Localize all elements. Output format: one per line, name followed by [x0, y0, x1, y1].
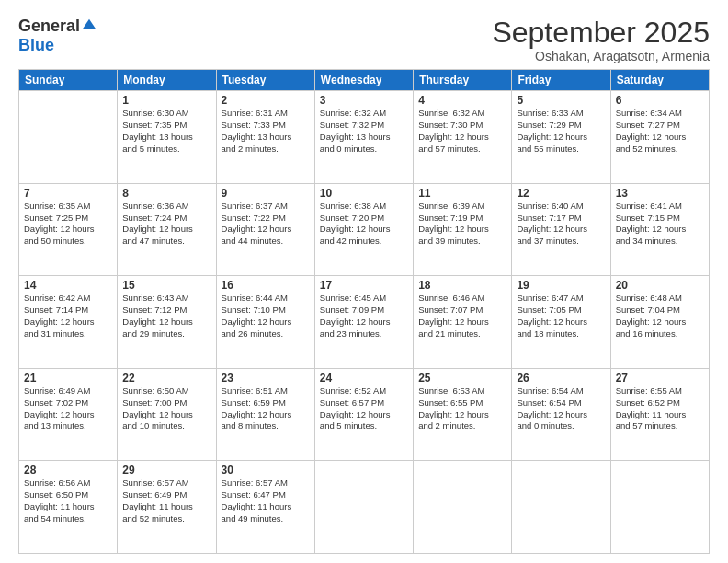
- day-info: Sunrise: 6:36 AM Sunset: 7:24 PM Dayligh…: [122, 201, 210, 247]
- calendar-week-2: 7Sunrise: 6:35 AM Sunset: 7:25 PM Daylig…: [19, 183, 710, 276]
- calendar-cell: 27Sunrise: 6:55 AM Sunset: 6:52 PM Dayli…: [610, 368, 709, 461]
- calendar-cell: 29Sunrise: 6:57 AM Sunset: 6:49 PM Dayli…: [118, 461, 216, 554]
- calendar-cell: 3Sunrise: 6:32 AM Sunset: 7:32 PM Daylig…: [314, 91, 413, 184]
- logo: General Blue: [18, 17, 97, 55]
- calendar-cell: 12Sunrise: 6:40 AM Sunset: 7:17 PM Dayli…: [512, 183, 610, 276]
- day-number: 18: [418, 279, 506, 292]
- day-info: Sunrise: 6:34 AM Sunset: 7:27 PM Dayligh…: [616, 108, 704, 155]
- day-info: Sunrise: 6:51 AM Sunset: 6:59 PM Dayligh…: [222, 385, 310, 432]
- day-info: Sunrise: 6:45 AM Sunset: 7:09 PM Dayligh…: [320, 293, 408, 339]
- location: Oshakan, Aragatsotn, Armenia: [492, 49, 710, 63]
- day-number: 25: [418, 372, 506, 385]
- day-info: Sunrise: 6:54 AM Sunset: 6:54 PM Dayligh…: [517, 385, 605, 432]
- day-info: Sunrise: 6:39 AM Sunset: 7:19 PM Dayligh…: [418, 201, 506, 247]
- day-number: 11: [418, 187, 506, 200]
- calendar-cell: 19Sunrise: 6:47 AM Sunset: 7:05 PM Dayli…: [512, 276, 610, 369]
- day-number: 4: [418, 94, 506, 107]
- day-info: Sunrise: 6:49 AM Sunset: 7:02 PM Dayligh…: [24, 385, 112, 432]
- calendar-cell: 7Sunrise: 6:35 AM Sunset: 7:25 PM Daylig…: [19, 183, 118, 276]
- day-number: 15: [122, 279, 210, 292]
- day-info: Sunrise: 6:57 AM Sunset: 6:47 PM Dayligh…: [222, 477, 310, 524]
- day-number: 30: [222, 464, 310, 477]
- logo-general-text: General: [18, 17, 80, 36]
- calendar-cell: 30Sunrise: 6:57 AM Sunset: 6:47 PM Dayli…: [216, 461, 314, 554]
- header-tuesday: Tuesday: [216, 70, 314, 91]
- day-info: Sunrise: 6:30 AM Sunset: 7:35 PM Dayligh…: [122, 108, 210, 155]
- day-info: Sunrise: 6:44 AM Sunset: 7:10 PM Dayligh…: [222, 293, 310, 339]
- calendar-cell: 4Sunrise: 6:32 AM Sunset: 7:30 PM Daylig…: [414, 91, 512, 184]
- day-number: 12: [517, 187, 605, 200]
- day-number: 23: [222, 372, 310, 385]
- day-number: 27: [616, 372, 704, 385]
- day-info: Sunrise: 6:38 AM Sunset: 7:20 PM Dayligh…: [320, 201, 408, 247]
- day-info: Sunrise: 6:55 AM Sunset: 6:52 PM Dayligh…: [616, 385, 704, 432]
- day-info: Sunrise: 6:48 AM Sunset: 7:04 PM Dayligh…: [616, 293, 704, 339]
- day-number: 1: [122, 94, 210, 107]
- calendar-cell: [414, 461, 512, 554]
- calendar-cell: 5Sunrise: 6:33 AM Sunset: 7:29 PM Daylig…: [512, 91, 610, 184]
- day-info: Sunrise: 6:32 AM Sunset: 7:30 PM Dayligh…: [418, 108, 506, 155]
- day-number: 3: [320, 94, 408, 107]
- day-number: 19: [517, 279, 605, 292]
- calendar-week-4: 21Sunrise: 6:49 AM Sunset: 7:02 PM Dayli…: [19, 368, 710, 461]
- day-number: 5: [517, 94, 605, 107]
- day-number: 13: [616, 187, 704, 200]
- day-number: 6: [616, 94, 704, 107]
- day-number: 26: [517, 372, 605, 385]
- calendar-cell: 24Sunrise: 6:52 AM Sunset: 6:57 PM Dayli…: [314, 368, 413, 461]
- day-number: 7: [24, 187, 112, 200]
- day-info: Sunrise: 6:50 AM Sunset: 7:00 PM Dayligh…: [122, 385, 210, 432]
- day-info: Sunrise: 6:53 AM Sunset: 6:55 PM Dayligh…: [418, 385, 506, 432]
- day-info: Sunrise: 6:37 AM Sunset: 7:22 PM Dayligh…: [222, 201, 310, 247]
- calendar-cell: 13Sunrise: 6:41 AM Sunset: 7:15 PM Dayli…: [610, 183, 709, 276]
- calendar-week-5: 28Sunrise: 6:56 AM Sunset: 6:50 PM Dayli…: [19, 461, 710, 554]
- calendar-cell: [19, 91, 118, 184]
- day-info: Sunrise: 6:33 AM Sunset: 7:29 PM Dayligh…: [517, 108, 605, 155]
- header-wednesday: Wednesday: [314, 70, 413, 91]
- header-sunday: Sunday: [19, 70, 118, 91]
- calendar-cell: 8Sunrise: 6:36 AM Sunset: 7:24 PM Daylig…: [118, 183, 216, 276]
- day-number: 9: [222, 187, 310, 200]
- calendar-cell: 9Sunrise: 6:37 AM Sunset: 7:22 PM Daylig…: [216, 183, 314, 276]
- calendar-cell: [314, 461, 413, 554]
- day-info: Sunrise: 6:43 AM Sunset: 7:12 PM Dayligh…: [122, 293, 210, 339]
- calendar-cell: 28Sunrise: 6:56 AM Sunset: 6:50 PM Dayli…: [19, 461, 118, 554]
- month-title: September 2025: [492, 17, 710, 49]
- day-info: Sunrise: 6:57 AM Sunset: 6:49 PM Dayligh…: [122, 477, 210, 524]
- day-number: 17: [320, 279, 408, 292]
- calendar-cell: 2Sunrise: 6:31 AM Sunset: 7:33 PM Daylig…: [216, 91, 314, 184]
- header-thursday: Thursday: [414, 70, 512, 91]
- day-info: Sunrise: 6:41 AM Sunset: 7:15 PM Dayligh…: [616, 201, 704, 247]
- day-number: 24: [320, 372, 408, 385]
- calendar-cell: 11Sunrise: 6:39 AM Sunset: 7:19 PM Dayli…: [414, 183, 512, 276]
- day-number: 21: [24, 372, 112, 385]
- calendar-cell: 16Sunrise: 6:44 AM Sunset: 7:10 PM Dayli…: [216, 276, 314, 369]
- day-info: Sunrise: 6:47 AM Sunset: 7:05 PM Dayligh…: [517, 293, 605, 339]
- header-saturday: Saturday: [610, 70, 709, 91]
- calendar-cell: 6Sunrise: 6:34 AM Sunset: 7:27 PM Daylig…: [610, 91, 709, 184]
- title-block: September 2025 Oshakan, Aragatsotn, Arme…: [492, 17, 710, 63]
- day-number: 28: [24, 464, 112, 477]
- day-info: Sunrise: 6:32 AM Sunset: 7:32 PM Dayligh…: [320, 108, 408, 155]
- svg-marker-0: [83, 18, 96, 29]
- header: General Blue September 2025 Oshakan, Ara…: [18, 17, 710, 63]
- day-number: 20: [616, 279, 704, 292]
- day-number: 8: [122, 187, 210, 200]
- logo-blue-text: Blue: [18, 36, 54, 55]
- calendar-cell: 10Sunrise: 6:38 AM Sunset: 7:20 PM Dayli…: [314, 183, 413, 276]
- calendar-cell: 20Sunrise: 6:48 AM Sunset: 7:04 PM Dayli…: [610, 276, 709, 369]
- day-number: 14: [24, 279, 112, 292]
- day-info: Sunrise: 6:42 AM Sunset: 7:14 PM Dayligh…: [24, 293, 112, 339]
- weekday-header-row: Sunday Monday Tuesday Wednesday Thursday…: [19, 70, 710, 91]
- calendar-cell: 14Sunrise: 6:42 AM Sunset: 7:14 PM Dayli…: [19, 276, 118, 369]
- calendar-cell: 21Sunrise: 6:49 AM Sunset: 7:02 PM Dayli…: [19, 368, 118, 461]
- header-monday: Monday: [118, 70, 216, 91]
- day-number: 10: [320, 187, 408, 200]
- calendar-cell: 22Sunrise: 6:50 AM Sunset: 7:00 PM Dayli…: [118, 368, 216, 461]
- header-friday: Friday: [512, 70, 610, 91]
- calendar-cell: 26Sunrise: 6:54 AM Sunset: 6:54 PM Dayli…: [512, 368, 610, 461]
- calendar-cell: [610, 461, 709, 554]
- calendar-cell: 17Sunrise: 6:45 AM Sunset: 7:09 PM Dayli…: [314, 276, 413, 369]
- calendar-cell: 18Sunrise: 6:46 AM Sunset: 7:07 PM Dayli…: [414, 276, 512, 369]
- day-number: 2: [222, 94, 310, 107]
